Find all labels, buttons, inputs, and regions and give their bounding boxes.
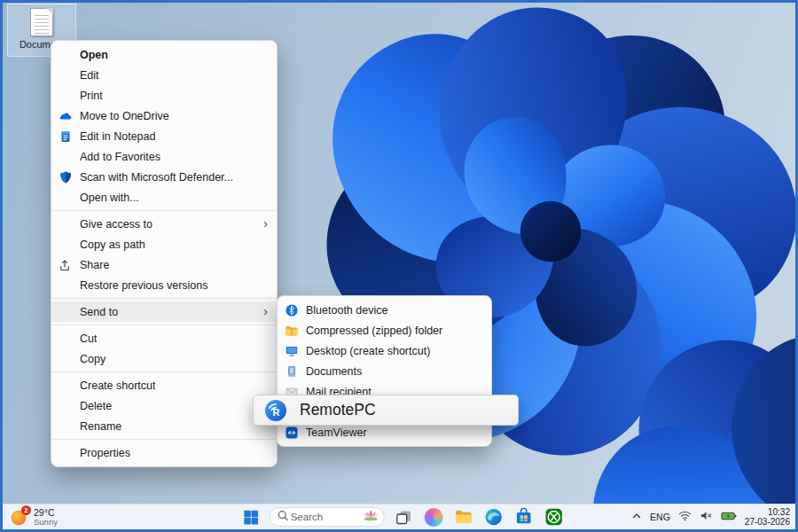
menu-item-scan-with-microsoft-defender[interactable]: Scan with Microsoft Defender... [51, 167, 277, 187]
remotepc-label: RemotePC [300, 401, 376, 419]
battery-charging-icon[interactable] [721, 509, 737, 525]
no-icon [59, 352, 73, 366]
menu-item-open-with[interactable]: Open with... [51, 187, 277, 207]
clock[interactable]: 10:32 27-03-2026 [745, 507, 790, 527]
no-icon [59, 150, 73, 164]
menu-item-copy-as-path[interactable]: Copy as path [51, 234, 277, 254]
wifi-icon[interactable] [678, 509, 692, 525]
xbox-button[interactable] [543, 505, 566, 528]
menu-item-bluetooth-device[interactable]: Bluetooth device [278, 300, 491, 320]
menu-item-label: Send to [80, 306, 118, 318]
taskbar: 2 29°C Sunny ENG 10:32 27-03-2026 [3, 504, 795, 529]
lotus-flower-image [363, 509, 379, 525]
menu-item-edit[interactable]: Edit [51, 65, 277, 85]
menu-item-share[interactable]: Share [51, 254, 277, 275]
menu-item-compressed-zipped-folder[interactable]: Compressed (zipped) folder [278, 320, 491, 340]
no-icon [59, 238, 73, 252]
task-view-button[interactable] [392, 505, 415, 528]
weather-temperature: 29°C [34, 508, 58, 518]
bluetooth-icon [285, 303, 299, 317]
menu-item-label: Restore previous versions [80, 279, 208, 292]
menu-item-label: Copy as path [80, 239, 145, 251]
copilot-button[interactable] [422, 505, 445, 528]
menu-item-label: Open [80, 49, 108, 61]
no-icon [59, 332, 73, 346]
menu-item-create-shortcut[interactable]: Create shortcut [51, 375, 277, 395]
menu-item-properties[interactable]: Properties [51, 442, 277, 463]
menu-item-label: Cut [80, 332, 97, 345]
menu-item-label: TeamViewer [306, 426, 367, 439]
menu-item-label: Edit in Notepad [80, 130, 155, 143]
menu-item-label: Compressed (zipped) folder [306, 325, 442, 337]
no-icon [59, 399, 73, 413]
search-input[interactable] [289, 511, 351, 523]
menu-item-give-access-to[interactable]: Give access to› [51, 214, 277, 234]
menu-item-documents[interactable]: Documents [278, 361, 491, 381]
menu-separator [51, 439, 277, 440]
menu-item-label: Bluetooth device [306, 304, 387, 317]
copilot-icon [424, 508, 442, 527]
menu-item-label: Edit [80, 69, 99, 82]
menu-item-delete[interactable]: Delete [51, 395, 277, 416]
menu-item-rename[interactable]: Rename [51, 416, 277, 436]
no-icon [59, 68, 73, 82]
menu-item-print[interactable]: Print [51, 85, 277, 106]
weather-condition: Sunny [34, 518, 58, 527]
search-icon [278, 509, 289, 525]
menu-item-restore-previous-versions[interactable]: Restore previous versions [51, 275, 277, 295]
menu-separator [51, 325, 277, 325]
chevron-right-icon: › [263, 216, 268, 231]
sun-icon [10, 514, 28, 529]
defender-shield-icon [59, 170, 73, 184]
context-menu: OpenEditPrintMove to OneDriveEdit in Not… [51, 40, 278, 467]
menu-separator [51, 210, 277, 211]
no-icon [59, 278, 73, 293]
menu-item-move-to-onedrive[interactable]: Move to OneDrive [51, 106, 277, 126]
menu-item-label: Print [80, 90, 103, 102]
menu-item-label: Give access to [80, 218, 153, 231]
chevron-right-icon: › [263, 304, 268, 319]
no-icon [59, 191, 73, 205]
search-box[interactable] [270, 507, 385, 527]
edge-icon [484, 507, 504, 527]
tray-date: 27-03-2026 [745, 517, 790, 527]
teamviewer-icon [285, 426, 299, 440]
zipped-folder-icon [285, 324, 299, 338]
windows-desktop: Document OpenEditPrintMove to OneDriveEd… [0, 0, 798, 532]
menu-item-add-to-favorites[interactable]: Add to Favorites [51, 146, 277, 167]
weather-widget[interactable]: 2 29°C Sunny [10, 505, 58, 529]
no-icon [59, 379, 73, 393]
start-button[interactable] [239, 505, 262, 528]
file-explorer-icon [454, 507, 473, 527]
menu-item-label: Desktop (create shortcut) [306, 345, 430, 357]
menu-item-edit-in-notepad[interactable]: Edit in Notepad [51, 126, 277, 146]
menu-item-cut[interactable]: Cut [51, 328, 277, 348]
windows-start-icon [241, 508, 260, 527]
language-indicator[interactable]: ENG [650, 512, 670, 522]
menu-item-label: Create shortcut [80, 379, 155, 392]
menu-item-send-to[interactable]: Send to› [51, 301, 277, 322]
menu-separator [51, 372, 277, 372]
menu-item-label: Share [80, 259, 109, 271]
xbox-icon [544, 507, 564, 527]
menu-item-label: Delete [80, 400, 112, 412]
notepad-icon [59, 129, 73, 144]
no-icon [59, 217, 73, 231]
menu-item-label: Properties [80, 447, 130, 459]
menu-item-open[interactable]: Open [51, 44, 277, 65]
no-icon [59, 419, 73, 434]
remotepc-icon: R [264, 399, 287, 422]
remotepc-menu-item-magnified[interactable]: R RemotePC [253, 395, 519, 426]
taskbar-center [239, 505, 566, 529]
microsoft-store-button[interactable] [512, 505, 536, 528]
volume-muted-icon[interactable] [700, 509, 713, 525]
edge-button[interactable] [482, 505, 505, 528]
no-icon [59, 89, 73, 103]
file-explorer-button[interactable] [452, 505, 475, 528]
no-icon [59, 48, 73, 62]
menu-item-desktop-create-shortcut[interactable]: Desktop (create shortcut) [278, 340, 491, 361]
chevron-up-icon[interactable] [631, 509, 642, 525]
system-tray: ENG 10:32 27-03-2026 [631, 505, 790, 529]
menu-item-copy[interactable]: Copy [51, 348, 277, 369]
documents-icon [285, 364, 299, 379]
